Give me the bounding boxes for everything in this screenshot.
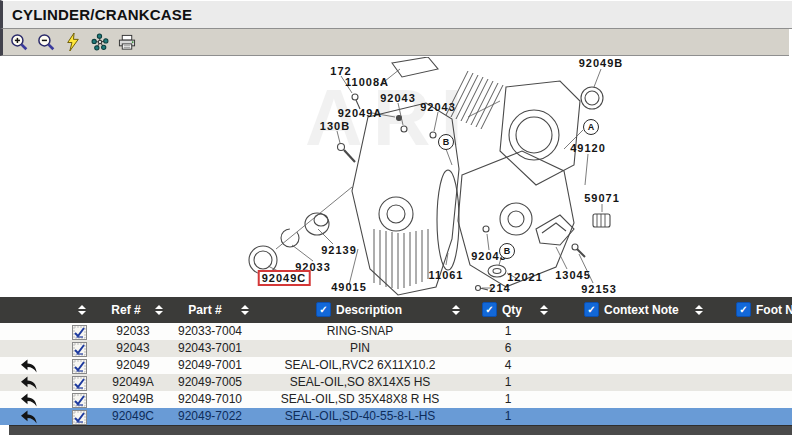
table-row[interactable]: 92049B92049-7010SEAL-OIL,SD 35X48X8 R HS… — [0, 391, 792, 408]
qty-cell: 1 — [478, 391, 538, 408]
description-cell: RING-SNAP — [240, 323, 480, 340]
diagram-part-label[interactable]: 11061 — [429, 269, 464, 281]
context-note-cell — [560, 408, 720, 425]
sort-control[interactable] — [538, 304, 550, 316]
bottom-panel-divider — [9, 425, 792, 435]
diagram-part-label[interactable]: 92049B — [579, 57, 624, 69]
return-arrow-icon — [20, 376, 38, 390]
diagram-part-label[interactable]: 49120 — [570, 142, 606, 154]
select-part-button[interactable] — [72, 408, 90, 425]
print-button[interactable] — [116, 31, 138, 53]
select-part-button[interactable] — [72, 374, 90, 391]
diagram-part-label[interactable]: 92049C — [258, 270, 311, 286]
diagram-part-label[interactable]: 49015 — [331, 281, 367, 293]
hotspot-map-button[interactable] — [89, 31, 111, 53]
qty-cell: 4 — [478, 357, 538, 374]
column-header-ref: Ref # — [100, 297, 152, 323]
context-note-cell — [560, 391, 720, 408]
diagram-part-label[interactable]: 92043 — [420, 101, 456, 113]
zoom-in-icon — [10, 33, 28, 51]
diagram-part-label[interactable]: 92139 — [321, 244, 357, 256]
parts-diagram-panel[interactable]: ARI — [0, 57, 792, 297]
description-cell: PIN — [240, 340, 480, 357]
diagram-part-label[interactable]: 59071 — [584, 192, 620, 204]
flash-hotspots-button[interactable] — [62, 31, 84, 53]
diagram-part-label[interactable]: 214 — [489, 282, 510, 294]
foot-note-cell — [730, 340, 790, 357]
select-part-icon — [72, 393, 87, 408]
description-cell: SEAL-OIL,SD 35X48X8 R HS — [240, 391, 480, 408]
column-checkbox-context-note[interactable] — [584, 302, 599, 317]
zoom-in-button[interactable] — [8, 31, 30, 53]
select-part-button[interactable] — [72, 323, 90, 340]
qty-cell: 1 — [478, 374, 538, 391]
diagram-part-label[interactable]: 12021 — [507, 271, 543, 283]
qty-cell: 1 — [478, 323, 538, 340]
sort-control[interactable] — [239, 304, 251, 316]
locate-on-diagram-button[interactable] — [20, 374, 44, 391]
table-row[interactable]: 9204992049-7001SEAL-OIL,RVC2 6X11X10.24 — [0, 357, 792, 374]
diagram-part-label[interactable]: 92049A — [338, 107, 383, 119]
table-row[interactable]: 9204392043-7001PIN6 — [0, 340, 792, 357]
foot-note-cell — [730, 374, 790, 391]
column-header-part: Part # — [177, 297, 233, 323]
select-part-icon — [72, 325, 87, 340]
diagram-part-label[interactable]: 13045 — [555, 269, 591, 281]
return-arrow-icon — [20, 393, 38, 407]
column-checkbox-qty[interactable] — [482, 302, 497, 317]
select-part-button[interactable] — [72, 340, 90, 357]
foot-note-cell — [730, 357, 790, 374]
zoom-out-button[interactable] — [35, 31, 57, 53]
foot-note-cell — [730, 408, 790, 425]
diagram-part-label[interactable]: 92153 — [581, 283, 617, 295]
description-cell: SEAL-OIL,RVC2 6X11X10.2 — [240, 357, 480, 374]
context-note-cell — [560, 340, 720, 357]
select-part-button[interactable] — [72, 391, 90, 408]
locate-on-diagram-button[interactable] — [20, 391, 44, 408]
sort-control[interactable] — [76, 304, 88, 316]
table-row[interactable]: 9203392033-7004RING-SNAP1 — [0, 323, 792, 340]
diagram-part-label[interactable]: 92043 — [380, 92, 416, 104]
column-header-description: Description — [336, 297, 402, 323]
return-arrow-icon — [20, 359, 38, 373]
table-row[interactable]: 92049A92049-7005SEAL-OIL,SO 8X14X5 HS1 — [0, 374, 792, 391]
sort-control[interactable] — [693, 304, 705, 316]
diagram-part-label[interactable]: 11008A — [345, 76, 389, 88]
foot-note-cell — [730, 391, 790, 408]
table-row[interactable]: 92049C92049-7022SEAL-OIL,SD-40-55-8-L-HS… — [0, 408, 792, 425]
parts-table: Ref # Part # Description Qty Context Not… — [0, 297, 792, 425]
locate-on-diagram-button — [20, 323, 44, 340]
description-cell: SEAL-OIL,SO 8X14X5 HS — [240, 374, 480, 391]
locate-on-diagram-button — [20, 340, 44, 357]
zoom-out-icon — [37, 33, 55, 51]
title-bar: CYLINDER/CRANKCASE — [0, 0, 792, 29]
select-part-button[interactable] — [72, 357, 90, 374]
column-checkbox-description[interactable] — [316, 302, 331, 317]
diagram-labels-layer: 17211008A920439204392049A130BB92049BA491… — [0, 57, 792, 297]
locate-on-diagram-button[interactable] — [20, 357, 44, 374]
parts-table-body: 9203392033-7004RING-SNAP19204392043-7001… — [0, 323, 792, 425]
foot-note-cell — [730, 323, 790, 340]
select-part-icon — [72, 342, 87, 357]
select-part-icon — [72, 410, 87, 425]
sort-control[interactable] — [450, 304, 462, 316]
context-note-cell — [560, 374, 720, 391]
column-header-foot-note: Foot Note — [756, 297, 792, 323]
diagram-balloon-label[interactable]: B — [499, 243, 515, 259]
column-header-qty: Qty — [502, 297, 522, 323]
qty-cell: 1 — [478, 408, 538, 425]
diagram-balloon-label[interactable]: B — [438, 134, 454, 150]
locate-on-diagram-button[interactable] — [20, 408, 44, 425]
diagram-balloon-label[interactable]: A — [583, 119, 599, 135]
diagram-toolbar — [0, 29, 789, 56]
page-title: CYLINDER/CRANKCASE — [3, 6, 192, 23]
column-checkbox-foot-note[interactable] — [736, 302, 751, 317]
hotspot-map-icon — [91, 33, 109, 51]
context-note-cell — [560, 323, 720, 340]
sort-control[interactable] — [153, 304, 165, 316]
diagram-part-label[interactable]: 130B — [320, 120, 350, 132]
select-part-icon — [72, 359, 87, 374]
bottom-edge-bar — [0, 425, 792, 435]
return-arrow-icon — [20, 410, 38, 424]
column-header-description-group: Description — [316, 297, 402, 323]
